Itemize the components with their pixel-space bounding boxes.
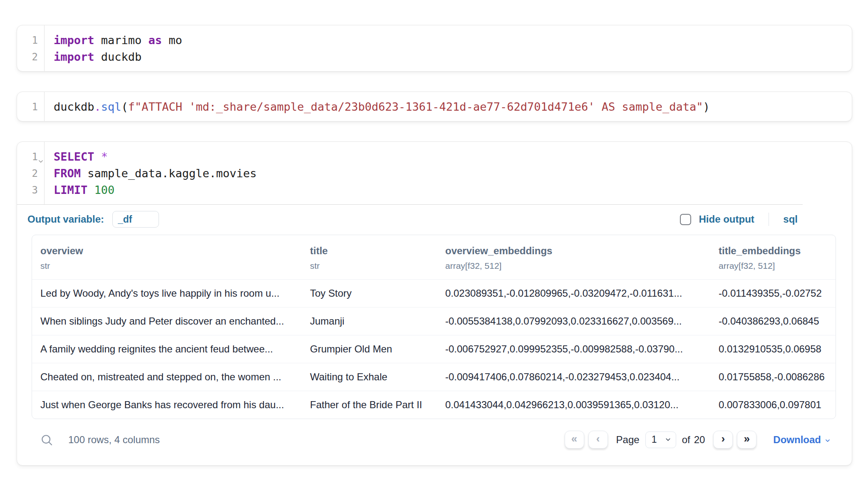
- page-select-value: 1: [652, 434, 657, 445]
- table-cell: A family wedding reignites the ancient f…: [32, 335, 302, 363]
- results-table: overviewstrtitlestroverview_embeddingsar…: [32, 235, 836, 419]
- table-cell: Just when George Banks has recovered fro…: [32, 391, 302, 419]
- download-button[interactable]: Download: [773, 434, 831, 446]
- table-cell: -0.0055384138,0.07992093,0.023316627,0.0…: [437, 308, 710, 335]
- code-line[interactable]: import marimo as mo: [54, 32, 852, 49]
- column-type: array[f32, 512]: [719, 261, 829, 271]
- table-row[interactable]: Cheated on, mistreated and stepped on, t…: [32, 363, 836, 391]
- language-badge: sql: [783, 213, 798, 225]
- table-cell: -0.040386293,0.06845: [710, 308, 836, 335]
- line-number: 1: [17, 99, 44, 115]
- output-variable-input[interactable]: [112, 211, 159, 228]
- table-cell: Jumanji: [302, 308, 437, 335]
- search-icon[interactable]: [40, 433, 53, 446]
- code-cell-imports: 12import marimo as moimport duckdb: [17, 25, 852, 72]
- column-header-title_embeddings[interactable]: title_embeddingsarray[f32, 512]: [710, 235, 836, 280]
- total-pages-text: of20: [682, 434, 705, 446]
- column-name: title: [310, 245, 430, 257]
- line-number: 1: [17, 32, 44, 49]
- table-row[interactable]: Led by Woody, Andy's toys live happily i…: [32, 280, 836, 308]
- table-cell: Led by Woody, Andy's toys live happily i…: [32, 280, 302, 308]
- page-select[interactable]: 1: [645, 432, 676, 448]
- table-footer: 100 rows, 4 columns « ‹ Page 1 of20 › » …: [17, 419, 852, 465]
- code-line[interactable]: SELECT *: [54, 149, 852, 165]
- table-cell: Cheated on, mistreated and stepped on, t…: [32, 363, 302, 391]
- sql-code-editor[interactable]: 123SELECT *FROM sample_data.kaggle.movie…: [17, 142, 852, 204]
- chevron-down-icon: [824, 437, 831, 444]
- table-cell: -0.011439355,-0.02752: [710, 280, 836, 308]
- code-cell-attach: 1duckdb.sql(f"ATTACH 'md:_share/sample_d…: [17, 92, 852, 122]
- table-cell: 0.007833006,0.097801: [710, 391, 836, 419]
- output-variable-bar: Output variable: Hide output sql: [17, 205, 852, 235]
- last-page-button[interactable]: »: [737, 431, 756, 449]
- code-lines[interactable]: import marimo as moimport duckdb: [45, 25, 852, 71]
- table-row[interactable]: Just when George Banks has recovered fro…: [32, 391, 836, 419]
- first-page-button[interactable]: «: [565, 431, 584, 449]
- column-name: overview_embeddings: [445, 245, 704, 257]
- vertical-divider: [769, 213, 769, 226]
- code-editor[interactable]: 12import marimo as moimport duckdb: [17, 25, 852, 71]
- output-bar-controls: Hide output sql: [680, 213, 798, 226]
- table-cell: 0.041433044,0.042966213,0.0039591365,0.0…: [437, 391, 710, 419]
- hide-output-label: Hide output: [699, 213, 754, 225]
- table-cell: Toy Story: [302, 280, 437, 308]
- output-variable-label: Output variable:: [27, 213, 104, 225]
- table-cell: Grumpier Old Men: [302, 335, 437, 363]
- results-table-container: overviewstrtitlestroverview_embeddingsar…: [32, 235, 836, 419]
- page-label: Page: [616, 434, 640, 446]
- line-number: 1: [17, 149, 44, 165]
- table-cell: 0.01755858,-0.0086286: [710, 363, 836, 391]
- line-number: 2: [17, 49, 44, 65]
- sql-cell: 123SELECT *FROM sample_data.kaggle.movie…: [17, 141, 852, 466]
- table-row[interactable]: A family wedding reignites the ancient f…: [32, 335, 836, 363]
- line-number: 3: [17, 182, 44, 198]
- line-number-gutter: 123: [17, 142, 45, 204]
- table-row[interactable]: When siblings Judy and Peter discover an…: [32, 308, 836, 335]
- next-page-button[interactable]: ›: [713, 431, 733, 449]
- table-cell: When siblings Judy and Peter discover an…: [32, 308, 302, 335]
- table-cell: -0.009417406,0.07860214,-0.023279453,0.0…: [437, 363, 710, 391]
- code-editor[interactable]: 1duckdb.sql(f"ATTACH 'md:_share/sample_d…: [17, 92, 852, 121]
- line-number: 2: [17, 165, 44, 182]
- column-type: array[f32, 512]: [445, 261, 704, 271]
- table-cell: 0.023089351,-0.012809965,-0.03209472,-0.…: [437, 280, 710, 308]
- code-line[interactable]: duckdb.sql(f"ATTACH 'md:_share/sample_da…: [54, 99, 852, 115]
- code-line[interactable]: import duckdb: [54, 49, 852, 65]
- line-number-gutter: 12: [17, 25, 45, 71]
- column-name: overview: [40, 245, 295, 257]
- table-cell: Father of the Bride Part II: [302, 391, 437, 419]
- row-count-summary: 100 rows, 4 columns: [68, 434, 160, 446]
- table-cell: Waiting to Exhale: [302, 363, 437, 391]
- hide-output-checkbox[interactable]: [680, 214, 691, 225]
- code-lines[interactable]: SELECT *FROM sample_data.kaggle.moviesLI…: [45, 142, 852, 204]
- column-type: str: [310, 261, 430, 271]
- column-type: str: [40, 261, 295, 271]
- table-cell: -0.006752927,0.099952355,-0.009982588,-0…: [437, 335, 710, 363]
- code-lines[interactable]: duckdb.sql(f"ATTACH 'md:_share/sample_da…: [45, 92, 852, 121]
- code-line[interactable]: FROM sample_data.kaggle.movies: [54, 165, 852, 182]
- table-cell: 0.0132910535,0.06958: [710, 335, 836, 363]
- chevron-down-icon: [665, 436, 672, 443]
- code-line[interactable]: LIMIT 100: [54, 182, 852, 198]
- notebook: 12import marimo as moimport duckdb 1duck…: [0, 0, 868, 466]
- line-number-gutter: 1: [17, 92, 45, 121]
- column-name: title_embeddings: [719, 245, 829, 257]
- column-header-overview[interactable]: overviewstr: [32, 235, 302, 280]
- column-header-overview_embeddings[interactable]: overview_embeddingsarray[f32, 512]: [437, 235, 710, 280]
- pagination: « ‹ Page 1 of20 › » Download: [565, 431, 831, 449]
- download-label: Download: [773, 434, 821, 446]
- previous-page-button[interactable]: ‹: [588, 431, 608, 449]
- column-header-title[interactable]: titlestr: [302, 235, 437, 280]
